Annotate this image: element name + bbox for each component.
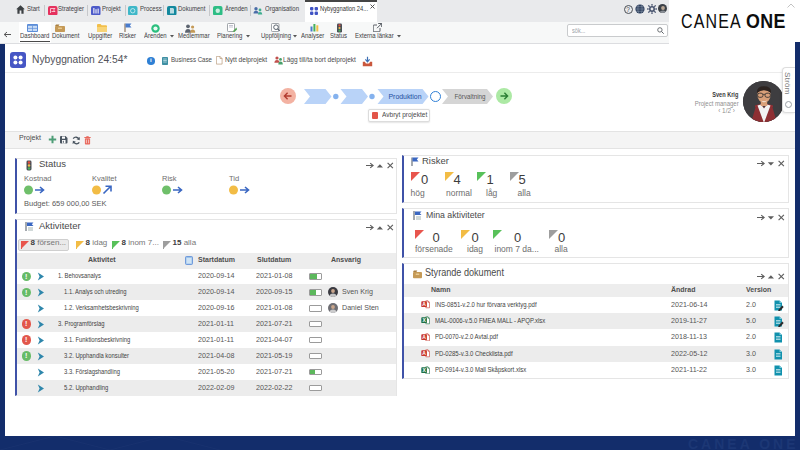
svg-text:A: A — [422, 334, 426, 340]
svg-text:CANEA ONE: CANEA ONE — [688, 436, 799, 450]
svg-text:A: A — [422, 350, 426, 356]
svg-text:A: A — [422, 301, 426, 307]
svg-text:Produktion: Produktion — [388, 92, 421, 101]
svg-text:Förvaltning: Förvaltning — [455, 92, 486, 101]
